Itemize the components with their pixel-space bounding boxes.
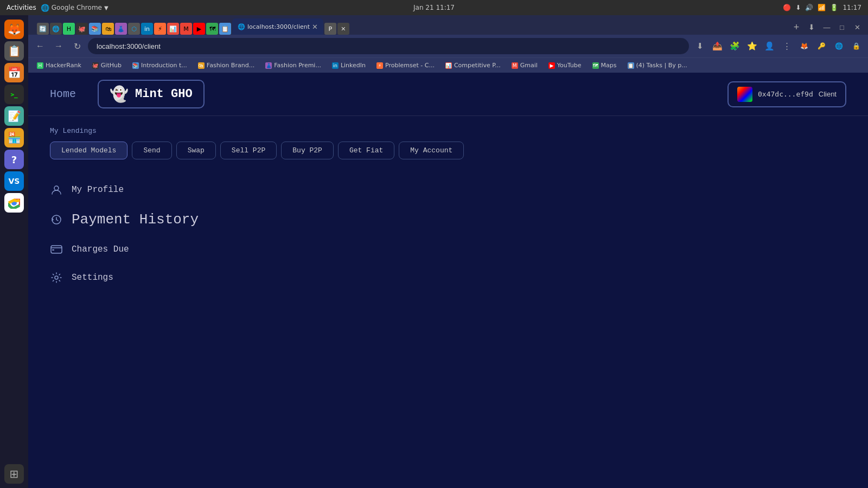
address-bar[interactable] [88, 38, 689, 54]
tab-icon-youtube[interactable]: ▶ [193, 23, 205, 35]
tab-swap[interactable]: Swap [176, 142, 216, 159]
ext-3[interactable]: 🌐 [831, 38, 846, 54]
bookmark-favicon-github: 🐙 [92, 62, 99, 69]
tab-buy-p2p[interactable]: Buy P2P [281, 142, 334, 159]
chrome-logo-icon [8, 197, 20, 209]
dock-grid[interactable]: ⊞ [4, 464, 24, 484]
bookmark-competitive[interactable]: 📊 Competitive P... [441, 61, 505, 70]
back-button[interactable]: ← [33, 38, 48, 54]
bookmark-gmail[interactable]: M Gmail [507, 61, 542, 70]
tab-my-account[interactable]: My Account [399, 142, 464, 159]
minimize-button[interactable]: — [820, 21, 833, 34]
bookmark-fashion-premi[interactable]: 👗 Fashion Premi... [261, 61, 326, 70]
menu-item-settings[interactable]: Settings [50, 269, 846, 286]
tab-icon-11[interactable]: ✕ [337, 23, 349, 35]
payment-history-label: Payment History [72, 211, 199, 228]
tab-icon-6[interactable]: ⬡ [128, 23, 140, 35]
tab-send[interactable]: Send [132, 142, 171, 159]
bookmark-label-github: GitHub [101, 62, 122, 69]
page-content: Home 👻 Mint GHO 0x47dc...ef9d Client My … [28, 73, 868, 488]
bookmark-label-fashion-premi: Fashion Premi... [274, 62, 321, 69]
activities-label[interactable]: Activities [7, 4, 36, 11]
bookmark-tasks[interactable]: 📋 (4) Tasks | By p... [623, 61, 692, 70]
tab-get-fiat[interactable]: Get Fiat [338, 142, 394, 159]
app-title: Mint GHO [135, 87, 193, 101]
close-window-button[interactable]: ✕ [851, 21, 864, 34]
tab-icon-hackerrank[interactable]: H [63, 23, 75, 35]
tab-icon-5[interactable]: 👗 [115, 23, 127, 35]
tab-sell-p2p[interactable]: Sell P2P [220, 142, 277, 159]
menu-item-my-profile[interactable]: My Profile [50, 181, 846, 198]
bookmarks-bar: H HackerRank 🐙 GitHub 📚 Introduction t..… [28, 57, 868, 73]
bookmark-maps[interactable]: 🗺 Maps [588, 61, 621, 70]
tab-icon-8[interactable]: 📊 [167, 23, 179, 35]
profile-icon[interactable]: 👤 [762, 38, 777, 54]
tab-icon-4[interactable]: 🛍 [102, 23, 114, 35]
bookmark-intro[interactable]: 📚 Introduction t... [128, 61, 192, 70]
dock-chrome[interactable] [4, 193, 24, 213]
ext-4[interactable]: 🔒 [848, 38, 864, 54]
active-tab[interactable]: 🌐 localhost:3000/client ✕ [232, 18, 323, 35]
bookmark-youtube[interactable]: ▶ YouTube [544, 61, 586, 70]
browser-nav-right: ⬇ 📤 🧩 ⭐ 👤 ⋮ 🦊 🔑 🌐 🔒 [692, 38, 864, 54]
extension-icon[interactable]: 🧩 [727, 38, 742, 54]
menu-items-list: My Profile Payment History [50, 176, 846, 292]
wallet-button[interactable]: 0x47dc...ef9d Client [727, 81, 846, 107]
bookmark-label-youtube: YouTube [557, 62, 582, 69]
svg-rect-4 [52, 249, 54, 251]
bookmark-linkedin[interactable]: in LinkedIn [328, 61, 370, 70]
ext-1[interactable]: 🦊 [796, 38, 812, 54]
screenshare-icon[interactable]: 📤 [710, 38, 725, 54]
tab-lended-models[interactable]: Lended Models [50, 142, 127, 159]
tab-close-btn[interactable]: ✕ [312, 23, 318, 31]
ext-2[interactable]: 🔑 [814, 38, 829, 54]
home-link[interactable]: Home [50, 88, 76, 100]
bookmark-label-intro: Introduction t... [141, 62, 187, 69]
bookmark-github[interactable]: 🐙 GitHub [88, 61, 126, 70]
menu-item-payment-history[interactable]: Payment History [50, 209, 846, 230]
wallet-role: Client [819, 90, 837, 98]
tab-icon-linkedin[interactable]: in [141, 23, 153, 35]
dock-files[interactable]: 📋 [4, 41, 24, 61]
tab-icon-3[interactable]: 📚 [89, 23, 101, 35]
section-label: My Lendings [50, 127, 846, 135]
dock-notepad[interactable]: 📝 [4, 106, 24, 126]
dock-firefox[interactable]: 🦊 [4, 20, 24, 39]
history-icon [50, 213, 63, 226]
dock-vscode[interactable]: VS [4, 171, 24, 191]
bookmark-favicon-fashion-premi: 👗 [265, 62, 272, 69]
tab-icon-1[interactable]: 🔄 [37, 23, 49, 35]
settings-label: Settings [72, 273, 113, 282]
svg-point-5 [55, 276, 58, 279]
dock-calendar[interactable]: 📅 [4, 63, 24, 82]
bookmark-hackerrank[interactable]: H HackerRank [33, 61, 86, 70]
forward-button[interactable]: → [51, 38, 66, 54]
bookmark-star-icon[interactable]: ⭐ [744, 38, 760, 54]
tab-icon-7[interactable]: ⚡ [154, 23, 166, 35]
tab-title: localhost:3000/client [247, 23, 310, 30]
tab-icon-maps[interactable]: 🗺 [206, 23, 218, 35]
card-icon [50, 243, 63, 256]
dock-appstore[interactable]: 🏪 [4, 128, 24, 147]
tab-icon-2[interactable]: 🌐 [50, 23, 62, 35]
dock-terminal[interactable]: >_ [4, 85, 24, 104]
menu-item-charges-due[interactable]: Charges Due [50, 241, 846, 258]
menu-dots-icon[interactable]: ⋮ [779, 38, 794, 54]
maximize-button[interactable]: □ [835, 21, 848, 34]
tab-icon-9[interactable]: 📋 [219, 23, 231, 35]
download-icon[interactable]: ⬇ [692, 38, 707, 54]
new-tab-button[interactable]: + [790, 21, 803, 34]
tab-icon-10[interactable]: P [324, 23, 336, 35]
os-datetime: Jan 21 11:17 [413, 4, 455, 11]
tab-icon-github[interactable]: 🐙 [76, 23, 88, 35]
bookmark-problemset[interactable]: ⚡ Problemset - C... [372, 61, 439, 70]
tab-icon-gmail[interactable]: M [180, 23, 192, 35]
charges-due-label: Charges Due [72, 245, 129, 254]
mint-gho-button[interactable]: 👻 Mint GHO [98, 80, 205, 108]
dock-help[interactable]: ? [4, 150, 24, 169]
tab-search-button[interactable]: ⬇ [805, 21, 818, 34]
bookmark-fashion-brand[interactable]: 🛍 Fashion Brand... [194, 61, 259, 70]
svg-point-1 [54, 186, 59, 190]
refresh-button[interactable]: ↻ [69, 38, 85, 54]
history-svg-icon [50, 214, 62, 226]
